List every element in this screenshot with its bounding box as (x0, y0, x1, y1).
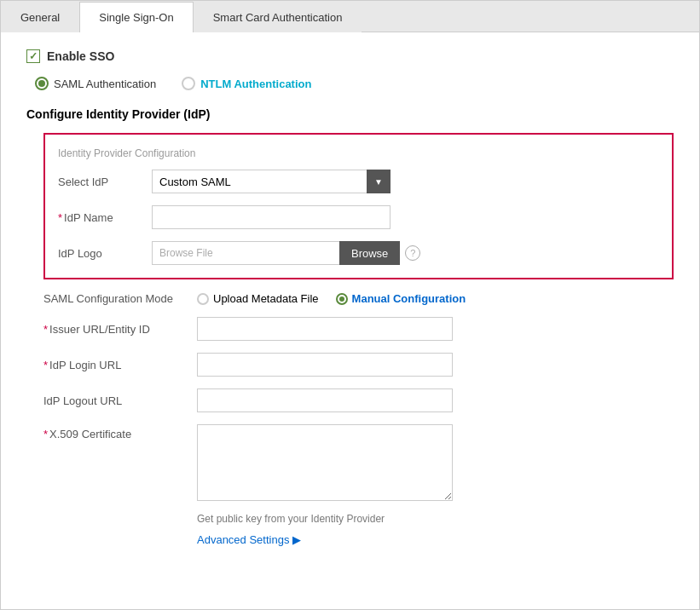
manual-config-radio[interactable] (336, 293, 348, 305)
issuer-url-input[interactable] (197, 317, 453, 341)
select-idp-wrapper: Custom SAML Okta ADFS Azure AD ▼ (152, 170, 390, 193)
manual-config-option[interactable]: Manual Configuration (336, 292, 466, 305)
idp-logo-row: IdP Logo Browse File Browse ? (58, 241, 659, 265)
issuer-required: * (43, 323, 48, 336)
help-icon[interactable]: ? (405, 245, 420, 261)
idp-login-url-label: *IdP Login URL (43, 359, 197, 371)
advanced-settings-label: Advanced Settings (197, 533, 289, 546)
saml-mode-row: SAML Configuration Mode Upload Metadata … (43, 292, 674, 305)
idp-config-box: Identity Provider Configuration Select I… (43, 133, 674, 279)
upload-metadata-label: Upload Metadata File (213, 292, 319, 305)
saml-mode-label: SAML Configuration Mode (43, 292, 197, 305)
idp-config-subtitle: Identity Provider Configuration (58, 147, 659, 159)
select-idp-control: Custom SAML Okta ADFS Azure AD ▼ (152, 170, 659, 193)
configure-idp-title: Configure Identity Provider (IdP) (26, 107, 674, 121)
issuer-url-row: *Issuer URL/Entity ID (43, 317, 674, 341)
saml-radio[interactable] (35, 77, 49, 90)
saml-auth-label: SAML Authentication (54, 78, 156, 90)
auth-radio-group: SAML Authentication NTLM Authentication (35, 77, 674, 90)
tab-sso[interactable]: Single Sign-On (79, 2, 193, 32)
idp-logout-url-input[interactable] (197, 388, 453, 412)
file-input-wrapper: Browse File Browse ? (152, 241, 659, 265)
enable-sso-label: Enable SSO (47, 49, 114, 63)
idp-logo-label: IdP Logo (58, 247, 152, 260)
idp-name-input[interactable] (152, 205, 390, 229)
cert-required: * (43, 428, 48, 440)
saml-mode-radio-group: Upload Metadata File Manual Configuratio… (197, 292, 466, 305)
content-area: ✓ Enable SSO SAML Authentication NTLM Au… (1, 32, 699, 609)
idp-name-label: *IdP Name (58, 211, 152, 224)
upload-metadata-option[interactable]: Upload Metadata File (197, 292, 319, 305)
select-idp-row: Select IdP Custom SAML Okta ADFS Azure A… (58, 170, 659, 193)
idp-name-row: *IdP Name (58, 205, 659, 229)
main-window: General Single Sign-On Smart Card Authen… (0, 0, 700, 610)
ntlm-radio[interactable] (182, 77, 195, 90)
checkmark-icon: ✓ (29, 50, 38, 62)
tab-bar: General Single Sign-On Smart Card Authen… (1, 1, 699, 32)
upload-metadata-radio[interactable] (197, 293, 209, 305)
tab-general[interactable]: General (1, 2, 79, 32)
manual-config-label: Manual Configuration (352, 292, 466, 305)
certificate-helper-text: Get public key from your Identity Provid… (197, 513, 674, 525)
idp-logo-control: Browse File Browse ? (152, 241, 659, 265)
browse-button[interactable]: Browse (339, 241, 400, 265)
enable-sso-row: ✓ Enable SSO (26, 49, 674, 63)
idp-login-url-input[interactable] (197, 353, 453, 377)
enable-sso-checkbox[interactable]: ✓ (26, 49, 40, 63)
advanced-settings-link[interactable]: Advanced Settings ▶ (197, 533, 674, 546)
certificate-row: *X.509 Certificate (43, 424, 674, 501)
certificate-textarea[interactable] (197, 424, 453, 501)
idp-login-url-row: *IdP Login URL (43, 353, 674, 377)
idp-name-required: * (58, 211, 62, 224)
enable-sso-checkbox-wrapper[interactable]: ✓ Enable SSO (26, 49, 114, 63)
certificate-label: *X.509 Certificate (43, 424, 197, 440)
tab-smartcard[interactable]: Smart Card Authentication (194, 2, 362, 32)
select-idp-dropdown[interactable]: Custom SAML Okta ADFS Azure AD (152, 170, 390, 193)
idp-name-control (152, 205, 659, 229)
ntlm-auth-label: NTLM Authentication (200, 78, 311, 90)
file-placeholder-text: Browse File (152, 241, 339, 265)
issuer-url-label: *Issuer URL/Entity ID (43, 323, 197, 336)
advanced-settings-arrow: ▶ (292, 533, 301, 546)
idp-logout-url-label: IdP Logout URL (43, 394, 197, 407)
idp-logout-url-row: IdP Logout URL (43, 388, 674, 412)
saml-auth-option[interactable]: SAML Authentication (35, 77, 156, 90)
select-idp-label: Select IdP (58, 176, 152, 188)
ntlm-auth-option[interactable]: NTLM Authentication (182, 77, 311, 90)
saml-section: SAML Configuration Mode Upload Metadata … (43, 292, 674, 546)
login-url-required: * (43, 359, 48, 371)
